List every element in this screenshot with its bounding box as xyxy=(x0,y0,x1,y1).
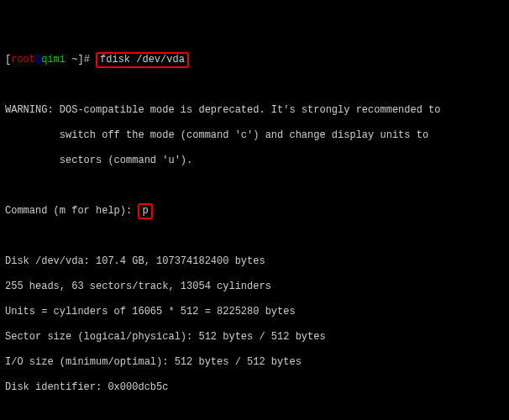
warning-l2: switch off the mode (command 'c') and ch… xyxy=(5,129,504,142)
prompt-cwd: ~ xyxy=(66,54,77,66)
blank xyxy=(5,180,504,192)
help-prompt-1: Command (m for help): p xyxy=(5,205,504,218)
disk-l6: Disk identifier: 0x000dcb5c xyxy=(5,381,504,394)
help-prompt-text: Command (m for help): xyxy=(5,205,138,217)
disk-l3: Units = cylinders of 16065 * 512 = 82252… xyxy=(5,306,504,318)
blank xyxy=(5,230,504,243)
disk-l2: 255 heads, 63 sectors/track, 13054 cylin… xyxy=(5,281,504,293)
prompt-sep: ]# xyxy=(77,54,96,66)
cmd-fdisk[interactable]: fdisk /dev/vda xyxy=(96,52,189,68)
disk-l5: I/O size (minimum/optimal): 512 bytes / … xyxy=(5,356,504,369)
prompt-user: root xyxy=(11,54,35,66)
blank xyxy=(5,79,504,92)
warning-l3: sectors (command 'u'). xyxy=(5,155,504,167)
input-p1[interactable]: p xyxy=(138,203,152,219)
prompt-host: qimi xyxy=(41,54,66,66)
disk-l4: Sector size (logical/physical): 512 byte… xyxy=(5,331,504,344)
warning-l1: WARNING: DOS-compatible mode is deprecat… xyxy=(5,104,504,117)
disk-l1: Disk /dev/vda: 107.4 GB, 107374182400 by… xyxy=(5,255,504,268)
shell-prompt-line: [root@qimi ~]# fdisk /dev/vda xyxy=(5,54,504,66)
blank xyxy=(5,407,504,419)
